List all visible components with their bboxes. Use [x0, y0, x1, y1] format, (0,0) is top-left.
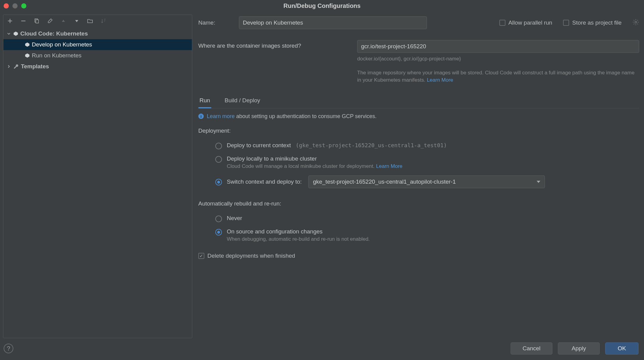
edit-templates-button[interactable]	[46, 17, 54, 25]
deployment-heading: Deployment:	[198, 127, 639, 134]
onchange-subtext: When debugging, automatic re-build and r…	[227, 236, 639, 242]
close-window-icon[interactable]	[4, 3, 9, 8]
allow-parallel-checkbox[interactable]: Allow parallel run	[499, 19, 552, 26]
delete-deployments-label: Delete deployments when finished	[207, 253, 295, 259]
config-tree: Cloud Code: Kubernetes Develop on Kubern…	[3, 27, 192, 338]
tree-label: Templates	[21, 63, 49, 70]
deployment-radio-group: Deploy to current context (gke_test-proj…	[198, 139, 639, 191]
radio-deploy-minikube[interactable]: Deploy locally to a minikube cluster Clo…	[198, 152, 639, 172]
cancel-button[interactable]: Cancel	[511, 342, 552, 355]
context-combobox[interactable]: gke_test-project-165220_us-central1_auto…	[308, 175, 545, 188]
radio-deploy-current[interactable]: Deploy to current context (gke_test-proj…	[198, 139, 639, 152]
svg-marker-2	[14, 32, 18, 36]
copy-config-button[interactable]	[33, 17, 40, 25]
learn-more-auth-link[interactable]: Learn more	[207, 113, 235, 119]
maximize-window-icon[interactable]	[21, 3, 26, 8]
rebuild-radio-group: Never On source and configuration change…	[198, 212, 639, 245]
gear-icon[interactable]	[632, 19, 639, 27]
chevron-right-icon	[6, 64, 11, 69]
checkbox-icon	[563, 20, 569, 26]
current-context-value: (gke_test-project-165220_us-central1-a_t…	[296, 142, 447, 148]
folder-button[interactable]	[86, 17, 94, 25]
radio-icon	[215, 179, 222, 185]
info-icon: i	[198, 114, 204, 119]
move-up-button[interactable]	[60, 17, 67, 25]
learn-more-link[interactable]: Learn More	[427, 77, 453, 83]
minimize-window-icon[interactable]	[12, 3, 18, 8]
image-repo-hint: docker.io/{account}, gcr.io/{gcp-project…	[357, 56, 639, 62]
radio-never[interactable]: Never	[198, 212, 639, 225]
tabs: Run Build / Deploy	[198, 97, 639, 108]
image-repo-input[interactable]	[357, 40, 639, 53]
remove-config-button[interactable]	[20, 17, 27, 25]
minikube-subtext: Cloud Code will manage a local minikube …	[227, 163, 639, 169]
form-area: Name: Allow parallel run Store as projec…	[198, 15, 641, 338]
tree-node-run-on-k8s[interactable]: Run on Kubernetes	[3, 50, 192, 61]
tree-label: Run on Kubernetes	[32, 52, 82, 59]
tree-node-templates[interactable]: Templates	[3, 61, 192, 72]
window-title: Run/Debug Configurations	[283, 2, 361, 9]
tree-node-develop-on-k8s[interactable]: Develop on Kubernetes	[3, 39, 192, 50]
svg-rect-1	[36, 20, 39, 23]
sort-button[interactable]	[100, 17, 107, 25]
delete-deployments-checkbox[interactable]: Delete deployments when finished	[198, 253, 639, 259]
chevron-down-icon	[6, 31, 11, 36]
dialog-footer: ? Cancel Apply OK	[0, 338, 644, 360]
image-repo-description: The image repository where your images w…	[357, 69, 639, 84]
image-repo-label: Where are the container images stored?	[198, 40, 351, 49]
help-button[interactable]: ?	[4, 344, 13, 353]
name-input[interactable]	[239, 16, 427, 29]
wrench-icon	[13, 63, 19, 70]
cloud-code-icon	[13, 31, 18, 36]
tree-node-cloud-code[interactable]: Cloud Code: Kubernetes	[3, 28, 192, 39]
tree-label: Cloud Code: Kubernetes	[20, 30, 88, 37]
checkbox-icon	[198, 253, 204, 259]
titlebar: Run/Debug Configurations	[0, 0, 644, 12]
radio-label: On source and configuration changes	[227, 228, 639, 235]
add-config-button[interactable]	[6, 17, 14, 25]
sidebar-toolbar	[3, 15, 192, 27]
radio-icon	[215, 156, 222, 163]
radio-icon	[215, 229, 222, 236]
svg-marker-4	[25, 53, 29, 58]
radio-icon	[215, 216, 222, 222]
move-down-button[interactable]	[73, 17, 80, 25]
radio-on-change[interactable]: On source and configuration changes When…	[198, 225, 639, 245]
tab-run[interactable]: Run	[198, 97, 211, 108]
learn-more-minikube-link[interactable]: Learn More	[376, 163, 402, 169]
radio-switch-context[interactable]: Switch context and deploy to: gke_test-p…	[198, 172, 639, 191]
name-label: Name:	[198, 19, 232, 26]
tab-build-deploy[interactable]: Build / Deploy	[223, 97, 261, 108]
store-project-checkbox[interactable]: Store as project file	[563, 19, 622, 26]
auth-info-text: about setting up authentication to consu…	[235, 113, 377, 119]
allow-parallel-label: Allow parallel run	[508, 19, 552, 26]
ok-button[interactable]: OK	[605, 342, 639, 355]
radio-label: Deploy locally to a minikube cluster	[227, 155, 639, 162]
radio-label: Switch context and deploy to:	[227, 178, 302, 185]
rebuild-heading: Automatically rebuild and re-run:	[198, 200, 639, 207]
radio-label: Never	[227, 215, 242, 222]
svg-marker-3	[25, 42, 29, 47]
apply-button[interactable]: Apply	[558, 342, 600, 355]
checkbox-icon	[499, 20, 505, 26]
tree-label: Develop on Kubernetes	[32, 41, 92, 48]
radio-label: Deploy to current context	[227, 142, 291, 149]
radio-icon	[215, 143, 222, 149]
cloud-code-icon	[25, 53, 30, 58]
auth-info-row: i Learn more about setting up authentica…	[198, 113, 639, 120]
cloud-code-icon	[25, 42, 30, 47]
window-controls	[4, 3, 26, 8]
svg-point-5	[635, 21, 637, 23]
context-combobox-value: gke_test-project-165220_us-central1_auto…	[313, 178, 456, 185]
store-project-label: Store as project file	[572, 19, 622, 26]
config-sidebar: Cloud Code: Kubernetes Develop on Kubern…	[3, 15, 192, 338]
